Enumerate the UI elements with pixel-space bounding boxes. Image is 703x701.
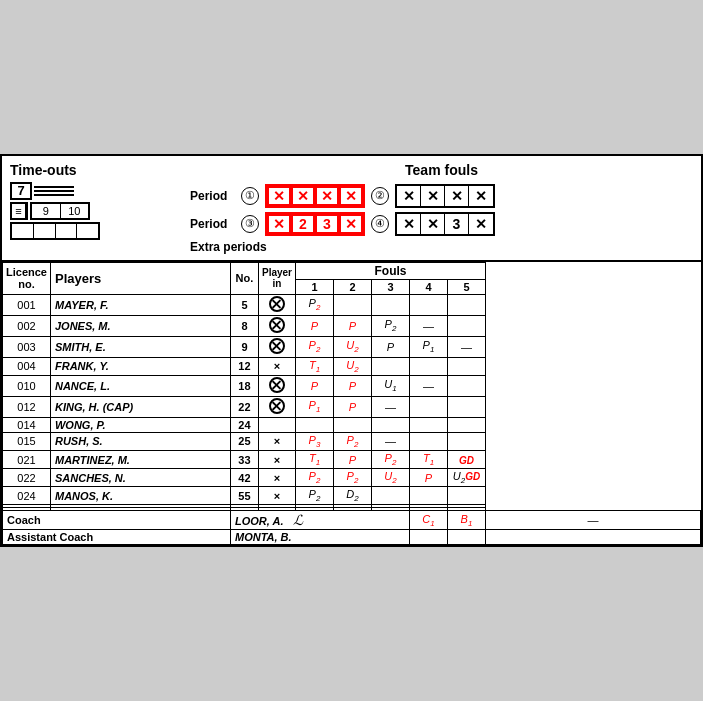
no-9: 9 xyxy=(230,336,258,357)
f4-012 xyxy=(410,396,448,417)
period-rows: Period ① ✕ ✕ ✕ ✕ ② ✕ ✕ ✕ ✕ xyxy=(190,184,693,254)
timeout-row-1: 7 xyxy=(10,182,170,200)
licence-022: 022 xyxy=(3,469,51,487)
f3-021: P2 xyxy=(372,450,410,468)
period4-foul-boxes: ✕ ✕ 3 ✕ xyxy=(395,212,495,236)
pin-012 xyxy=(258,396,295,417)
asst-coach-row: Assistant Coach MONTA, B. xyxy=(3,530,701,545)
circle-x-icon xyxy=(269,398,285,414)
pin-003 xyxy=(258,336,295,357)
p4-foul-2: ✕ xyxy=(421,214,445,234)
coach-f3: — xyxy=(486,511,701,530)
coach-name: LOOR, A. xyxy=(235,515,283,527)
period-num-4: ④ xyxy=(371,215,389,233)
no-42: 42 xyxy=(230,469,258,487)
licence-014: 014 xyxy=(3,417,51,432)
table-row: 021 MARTINEZ, M. 33 × T1 P P2 T1 GD xyxy=(3,450,701,468)
p2-foul-4: ✕ xyxy=(469,186,493,206)
period-num-3: ③ xyxy=(241,215,259,233)
f3-014 xyxy=(372,417,410,432)
f5-003: — xyxy=(448,336,486,357)
timeout-row-2: ≡ 9 10 xyxy=(10,202,170,220)
timeouts-title: Time-outs xyxy=(10,162,170,178)
asst-f3 xyxy=(486,530,701,545)
f4-015 xyxy=(410,432,448,450)
circle-x-icon xyxy=(269,377,285,393)
no-33: 33 xyxy=(230,450,258,468)
f5-015 xyxy=(448,432,486,450)
scoresheet: Time-outs 7 ≡ xyxy=(0,154,703,548)
p2-foul-2: ✕ xyxy=(421,186,445,206)
f4-001 xyxy=(410,294,448,315)
pin-015: × xyxy=(258,432,295,450)
f4-022: P xyxy=(410,469,448,487)
circle-x-icon xyxy=(269,338,285,354)
foul-col-3: 3 xyxy=(372,279,410,294)
coach-row: Coach LOOR, A. ℒ C1 B1 — xyxy=(3,511,701,530)
f5-021: GD xyxy=(448,450,486,468)
f5-024 xyxy=(448,487,486,505)
f1-014 xyxy=(296,417,334,432)
f3-001 xyxy=(372,294,410,315)
p4-foul-1: ✕ xyxy=(397,214,421,234)
no-55: 55 xyxy=(230,487,258,505)
p4-foul-3: 3 xyxy=(445,214,469,234)
licence-010: 010 xyxy=(3,375,51,396)
p3-foul-1: ✕ xyxy=(267,214,291,234)
timeout-cell-9: 9 xyxy=(32,204,61,218)
table-row: 004 FRANK, Y. 12 × T1 U2 xyxy=(3,357,701,375)
col-player-in-header: Playerin xyxy=(258,262,295,294)
licence-003: 003 xyxy=(3,336,51,357)
no-24: 24 xyxy=(230,417,258,432)
player-king: KING, H. (CAP) xyxy=(50,396,230,417)
table-row: 002 JONES, M. 8 P P P2 — xyxy=(3,315,701,336)
f2-002: P xyxy=(334,315,372,336)
period-label-1: Period xyxy=(190,189,235,203)
f1-004: T1 xyxy=(296,357,334,375)
pin-010 xyxy=(258,375,295,396)
f5-014 xyxy=(448,417,486,432)
col-fouls-header: Fouls xyxy=(296,262,486,279)
table-row: 001 MAYER, F. 5 P2 xyxy=(3,294,701,315)
table-row: 010 NANCE, L. 18 P P U1 — xyxy=(3,375,701,396)
player-jones: JONES, M. xyxy=(50,315,230,336)
period-num-1: ① xyxy=(241,187,259,205)
scoresheet-table: Licenceno. Players No. Playerin Fouls 1 … xyxy=(2,262,701,546)
table-row: 022 SANCHES, N. 42 × P2 P2 U2 P U2GD xyxy=(3,469,701,487)
table-section: Licenceno. Players No. Playerin Fouls 1 … xyxy=(2,262,701,546)
f3-024 xyxy=(372,487,410,505)
licence-024: 024 xyxy=(3,487,51,505)
foul-col-2: 2 xyxy=(334,279,372,294)
table-row: 015 RUSH, S. 25 × P3 P2 — xyxy=(3,432,701,450)
f1-012: P1 xyxy=(296,396,334,417)
f5-001 xyxy=(448,294,486,315)
no-12: 12 xyxy=(230,357,258,375)
p1-foul-1: ✕ xyxy=(267,186,291,206)
f4-004 xyxy=(410,357,448,375)
asst-coach-label-cell: Assistant Coach xyxy=(3,530,231,545)
timeout-box-7: 7 xyxy=(10,182,32,200)
f1-024: P2 xyxy=(296,487,334,505)
period-row-3: Period ③ ✕ 2 3 ✕ ④ ✕ ✕ 3 ✕ xyxy=(190,212,693,236)
pin-021: × xyxy=(258,450,295,468)
period-num-2: ② xyxy=(371,187,389,205)
pin-001 xyxy=(258,294,295,315)
pin-022: × xyxy=(258,469,295,487)
p4-foul-4: ✕ xyxy=(469,214,493,234)
col-players-header: Players xyxy=(50,262,230,294)
f3-003: P xyxy=(372,336,410,357)
licence-001: 001 xyxy=(3,294,51,315)
f4-003: P1 xyxy=(410,336,448,357)
f5-010 xyxy=(448,375,486,396)
f2-024: D2 xyxy=(334,487,372,505)
timeout-cell-10: 10 xyxy=(61,204,89,218)
licence-004: 004 xyxy=(3,357,51,375)
pin-014 xyxy=(258,417,295,432)
f1-003: P2 xyxy=(296,336,334,357)
no-25: 25 xyxy=(230,432,258,450)
p1-foul-2: ✕ xyxy=(291,186,315,206)
circle-x-icon xyxy=(269,296,285,312)
f3-004 xyxy=(372,357,410,375)
no-22: 22 xyxy=(230,396,258,417)
f5-004 xyxy=(448,357,486,375)
